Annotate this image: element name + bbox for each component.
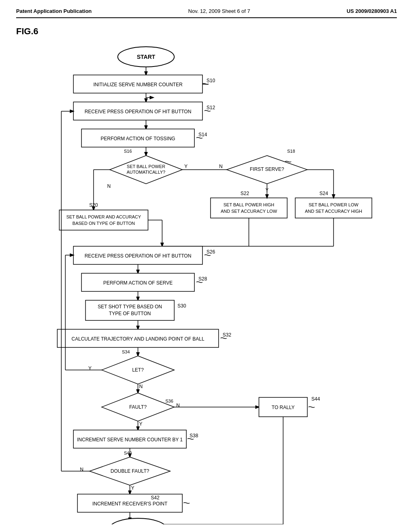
s18-text: FIRST SERVE? <box>250 166 284 172</box>
s30-ref: S30 <box>177 303 186 309</box>
svg-rect-13 <box>211 198 287 218</box>
s22-line1: SET BALL POWER HIGH <box>223 202 274 207</box>
s36-text: FAULT? <box>129 404 146 410</box>
s42-text: INCREMENT RECEIVER'S POINT <box>92 501 168 507</box>
s24-line2: AND SET ACCURACY HIGH <box>305 209 362 214</box>
s22-line2: AND SET ACCURACY LOW <box>221 209 277 214</box>
s16-line2: AUTOMATICALLY? <box>127 170 165 175</box>
s18-ref: S18 <box>287 149 295 154</box>
s30-line1: SET SHOT TYPE BASED ON <box>98 304 162 310</box>
svg-rect-28 <box>86 300 174 320</box>
s30-line2: TYPE OF BUTTON <box>109 311 151 316</box>
s10-text: INITIALIZE SERVE NUMBER COUNTER <box>93 82 182 87</box>
s28-text: PERFORM ACTION OF SERVE <box>103 280 173 286</box>
s20-ref: S20 <box>89 202 98 208</box>
page: Patent Application Publication Nov. 12, … <box>0 0 413 532</box>
svg-point-50 <box>110 518 166 524</box>
s34-n: N <box>139 384 143 389</box>
page-header: Patent Application Publication Nov. 12, … <box>16 8 397 18</box>
s20-line1: SET BALL POWER AND ACCURACY <box>66 214 141 219</box>
s38-ref: S38 <box>190 433 198 438</box>
s20-line2: BASED ON TYPE OF BUTTON <box>73 221 135 226</box>
s24-ref: S24 <box>319 191 328 196</box>
s12-text: RECEIVE PRESS OPERATION OF HIT BUTTON <box>85 109 192 114</box>
s12-ref: S12 <box>206 105 215 110</box>
s42-ref: S42 <box>151 495 160 501</box>
s40-ref: S40 <box>124 451 132 455</box>
s36-n: N <box>176 403 180 408</box>
s24-line1: SET BALL POWER LOW <box>309 202 359 207</box>
s34-ref: S34 <box>122 349 130 354</box>
header-left: Patent Application Publication <box>16 8 92 14</box>
s16-y: Y <box>184 164 188 169</box>
flowchart-svg: START INITIALIZE SERVE NUMBER COUNTER S1… <box>25 41 388 524</box>
s34-y: Y <box>88 366 92 371</box>
s40-n: N <box>80 467 83 472</box>
s36-y: Y <box>139 421 142 427</box>
s38-text: INCREMENT SERVE NUMBER COUNTER BY 1 <box>77 437 183 443</box>
s44-ref: S44 <box>311 396 320 402</box>
s36-ref: S36 <box>165 399 173 403</box>
svg-rect-15 <box>295 198 372 218</box>
figure-label: FIG.6 <box>16 26 397 37</box>
svg-rect-12 <box>59 210 148 230</box>
s40-text: DOUBLE FAULT? <box>111 468 149 474</box>
s32-ref: S32 <box>223 332 232 338</box>
s10-ref: S10 <box>206 78 215 83</box>
s22-ref: S22 <box>240 191 249 196</box>
s26-ref: S26 <box>206 249 215 255</box>
s16-line1: SET BALL POWER <box>127 164 165 169</box>
header-center: Nov. 12, 2009 Sheet 6 of 7 <box>188 8 250 14</box>
s16-ref: S16 <box>124 149 132 154</box>
flowchart: START INITIALIZE SERVE NUMBER COUNTER S1… <box>25 41 388 526</box>
header-right: US 2009/0280903 A1 <box>346 8 397 14</box>
s14-ref: S14 <box>198 132 207 137</box>
s28-ref: S28 <box>198 276 207 282</box>
s26-text: RECEIVE PRESS OPERATION OF HIT BUTTON <box>85 253 192 259</box>
s16-n: N <box>107 183 111 189</box>
start-label: START <box>137 54 155 60</box>
s32-text: CALCULATE TRAJECTORY AND LANDING POINT O… <box>71 336 204 342</box>
s18-n-label: N <box>219 164 223 169</box>
to-rally-text: TO RALLY <box>272 405 295 410</box>
s14-text: PERFORM ACTION OF TOSSING <box>101 136 175 141</box>
s40-y: Y <box>131 485 134 491</box>
s34-text: LET? <box>132 367 144 373</box>
